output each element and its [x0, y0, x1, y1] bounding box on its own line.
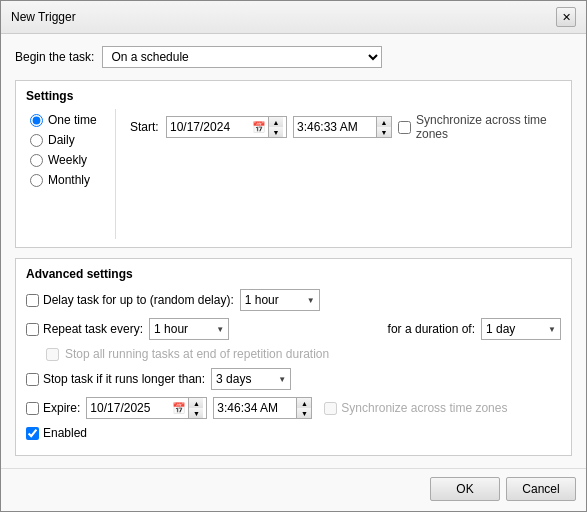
- stop-longer-row: Stop task if it runs longer than: 3 days…: [26, 368, 561, 390]
- radio-monthly[interactable]: Monthly: [30, 173, 105, 187]
- enabled-checkbox[interactable]: [26, 427, 39, 440]
- radio-one-time[interactable]: One time: [30, 113, 105, 127]
- advanced-settings-section: Advanced settings Delay task for up to (…: [15, 258, 572, 456]
- time-down-button[interactable]: ▼: [377, 127, 391, 137]
- date-spin-group: ▲ ▼: [268, 117, 283, 137]
- begin-task-label: Begin the task:: [15, 50, 94, 64]
- expire-date-input[interactable]: 📅 ▲ ▼: [86, 397, 207, 419]
- radio-weekly[interactable]: Weekly: [30, 153, 105, 167]
- repeat-task-checkbox[interactable]: [26, 323, 39, 336]
- expire-date-down[interactable]: ▼: [189, 408, 203, 418]
- duration-dropdown-arrow: ▼: [548, 325, 556, 334]
- expire-date-spin: ▲ ▼: [188, 398, 203, 418]
- repeat-task-label[interactable]: Repeat task every:: [26, 322, 143, 336]
- duration-area: for a duration of: 1 day ▼: [388, 318, 561, 340]
- delay-task-row: Delay task for up to (random delay): 1 h…: [26, 289, 561, 311]
- stop-running-checkbox[interactable]: [46, 348, 59, 361]
- repeat-task-row: Repeat task every: 1 hour ▼ for a durati…: [26, 318, 561, 340]
- stop-longer-checkbox[interactable]: [26, 373, 39, 386]
- expire-label[interactable]: Expire:: [26, 401, 80, 415]
- date-down-button[interactable]: ▼: [269, 127, 283, 137]
- enabled-label[interactable]: Enabled: [26, 426, 87, 440]
- expire-sync-label: Synchronize across time zones: [341, 401, 507, 415]
- close-button[interactable]: ✕: [556, 7, 576, 27]
- dialog-title: New Trigger: [11, 10, 76, 24]
- begin-task-row: Begin the task: On a schedule At log on …: [15, 46, 572, 68]
- sync-timezone-checkbox[interactable]: [398, 121, 411, 134]
- start-row: Start: 📅 ▲ ▼: [130, 113, 561, 141]
- expire-date-up[interactable]: ▲: [189, 398, 203, 408]
- new-trigger-dialog: New Trigger ✕ Begin the task: On a sched…: [0, 0, 587, 512]
- expire-row: Expire: 📅 ▲ ▼ ▲ ▼: [26, 397, 561, 419]
- start-time-field[interactable]: [294, 120, 374, 134]
- button-bar: OK Cancel: [1, 468, 586, 511]
- ok-button[interactable]: OK: [430, 477, 500, 501]
- stop-longer-label[interactable]: Stop task if it runs longer than:: [26, 372, 205, 386]
- start-area: Start: 📅 ▲ ▼: [130, 109, 561, 239]
- sync-checkbox-row[interactable]: Synchronize across time zones: [398, 113, 561, 141]
- schedule-radio-group: One time Daily Weekly Monthly: [26, 109, 116, 239]
- delay-dropdown-arrow: ▼: [307, 296, 315, 305]
- calendar-icon[interactable]: 📅: [252, 121, 266, 134]
- expire-date-field[interactable]: [90, 401, 170, 415]
- date-up-button[interactable]: ▲: [269, 117, 283, 127]
- expire-calendar-icon[interactable]: 📅: [172, 402, 186, 415]
- start-time-input[interactable]: ▲ ▼: [293, 116, 392, 138]
- expire-time-field[interactable]: [214, 401, 294, 415]
- stop-running-row: Stop all running tasks at end of repetit…: [46, 347, 561, 361]
- begin-task-select[interactable]: On a schedule At log on At startup: [102, 46, 382, 68]
- duration-dropdown[interactable]: 1 day ▼: [481, 318, 561, 340]
- radio-daily[interactable]: Daily: [30, 133, 105, 147]
- expire-time-input[interactable]: ▲ ▼: [213, 397, 312, 419]
- start-date-input[interactable]: 📅 ▲ ▼: [166, 116, 287, 138]
- expire-time-spin: ▲ ▼: [296, 398, 311, 418]
- expire-sync-checkbox[interactable]: [324, 402, 337, 415]
- repeat-task-dropdown[interactable]: 1 hour ▼: [149, 318, 229, 340]
- title-bar: New Trigger ✕: [1, 1, 586, 34]
- expire-checkbox[interactable]: [26, 402, 39, 415]
- start-date-field[interactable]: [170, 120, 250, 134]
- settings-area: One time Daily Weekly Monthly: [26, 109, 561, 239]
- stop-running-label: Stop all running tasks at end of repetit…: [65, 347, 329, 361]
- delay-task-checkbox[interactable]: [26, 294, 39, 307]
- start-label: Start:: [130, 120, 160, 134]
- expire-sync-row[interactable]: Synchronize across time zones: [324, 401, 507, 415]
- advanced-label: Advanced settings: [26, 267, 561, 281]
- delay-task-dropdown[interactable]: 1 hour ▼: [240, 289, 320, 311]
- settings-label: Settings: [26, 89, 561, 103]
- time-spin-group: ▲ ▼: [376, 117, 391, 137]
- repeat-dropdown-arrow: ▼: [216, 325, 224, 334]
- time-up-button[interactable]: ▲: [377, 117, 391, 127]
- settings-section: Settings One time Daily Weekly: [15, 80, 572, 248]
- delay-task-label[interactable]: Delay task for up to (random delay):: [26, 293, 234, 307]
- stop-longer-arrow: ▼: [278, 375, 286, 384]
- stop-longer-dropdown[interactable]: 3 days ▼: [211, 368, 291, 390]
- sync-timezone-label: Synchronize across time zones: [416, 113, 561, 141]
- expire-time-up[interactable]: ▲: [297, 398, 311, 408]
- expire-time-down[interactable]: ▼: [297, 408, 311, 418]
- cancel-button[interactable]: Cancel: [506, 477, 576, 501]
- enabled-row: Enabled: [26, 426, 561, 440]
